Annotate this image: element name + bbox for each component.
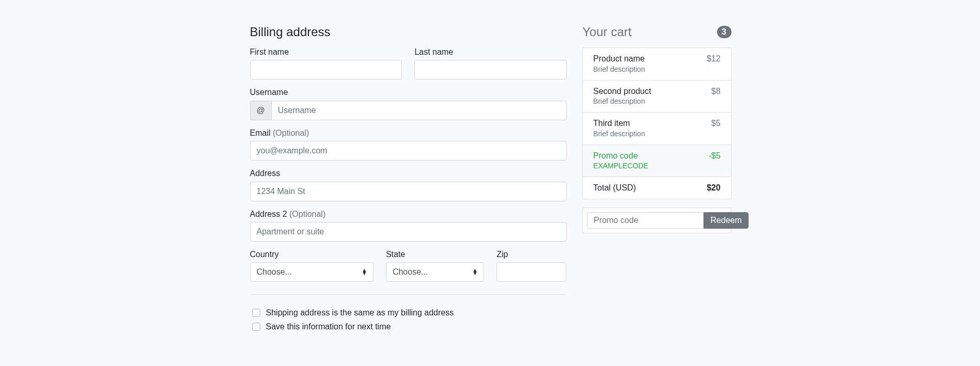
cart-item: Second product Brief description $8 xyxy=(583,81,730,113)
state-label: State xyxy=(386,250,484,259)
redeem-button[interactable]: Redeem xyxy=(704,212,748,229)
billing-section: Billing address First name Last name Use… xyxy=(250,25,567,335)
cart-item-desc: Brief description xyxy=(593,130,645,138)
email-label-text: Email xyxy=(250,129,271,137)
address2-input[interactable] xyxy=(250,222,567,242)
cart-item-price: $8 xyxy=(711,87,721,96)
cart-item-name: Product name xyxy=(593,54,645,63)
total-amount: $20 xyxy=(707,183,721,193)
cart-item: Product name Brief description $12 xyxy=(583,48,730,81)
save-info-checkbox[interactable] xyxy=(252,323,260,331)
cart-item-price: $12 xyxy=(707,54,721,63)
cart-total: Total (USD) $20 xyxy=(583,177,730,199)
address2-optional-text: (Optional) xyxy=(289,210,325,218)
username-prefix: @ xyxy=(250,101,271,120)
promo-code: EXAMPLECODE xyxy=(593,162,648,170)
promo-title: Promo code xyxy=(593,151,648,161)
address2-label-text: Address 2 xyxy=(250,210,287,218)
cart-item-name: Third item xyxy=(593,119,645,128)
cart-item-price: $5 xyxy=(711,119,721,128)
cart-section: Your cart 3 Product name Brief descripti… xyxy=(582,25,731,335)
first-name-input[interactable] xyxy=(250,60,402,79)
cart-item-desc: Brief description xyxy=(593,65,645,73)
save-info-label[interactable]: Save this information for next time xyxy=(266,322,391,331)
promo-amount: -$5 xyxy=(708,151,720,161)
billing-heading: Billing address xyxy=(250,25,567,39)
cart-count-badge: 3 xyxy=(717,26,732,38)
email-optional-text: (Optional) xyxy=(273,129,309,137)
promo-input[interactable] xyxy=(587,212,704,229)
divider xyxy=(250,294,567,295)
first-name-label: First name xyxy=(250,47,402,57)
country-select[interactable] xyxy=(250,262,374,282)
cart-item-desc: Brief description xyxy=(593,97,645,105)
country-label: Country xyxy=(250,250,374,259)
cart-item-name: Second product xyxy=(593,87,651,96)
last-name-input[interactable] xyxy=(414,60,567,79)
same-address-label[interactable]: Shipping address is the same as my billi… xyxy=(266,308,454,317)
zip-label: Zip xyxy=(496,250,566,259)
zip-input[interactable] xyxy=(496,262,566,282)
cart-item: Third item Brief description $5 xyxy=(583,113,730,145)
cart-list: Product name Brief description $12 Secon… xyxy=(582,47,731,199)
state-select[interactable] xyxy=(386,262,484,282)
cart-promo: Promo code EXAMPLECODE -$5 xyxy=(583,145,730,178)
address-input[interactable] xyxy=(250,182,567,201)
email-label: Email (Optional) xyxy=(250,129,567,138)
email-input[interactable] xyxy=(250,141,567,161)
total-label: Total (USD) xyxy=(593,183,636,193)
cart-heading: Your cart xyxy=(582,25,631,39)
address2-label: Address 2 (Optional) xyxy=(250,210,567,219)
address-label: Address xyxy=(250,169,567,178)
username-input[interactable] xyxy=(271,101,567,120)
promo-form: Redeem xyxy=(582,208,731,233)
username-label: Username xyxy=(250,88,567,97)
last-name-label: Last name xyxy=(414,47,567,57)
same-address-checkbox[interactable] xyxy=(252,309,260,317)
